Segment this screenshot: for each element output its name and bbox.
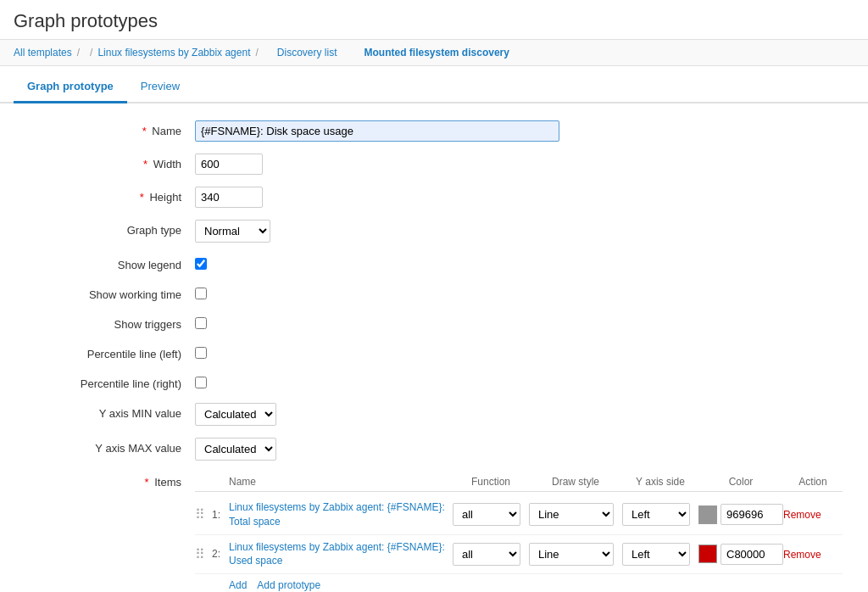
item-num-2: 2: bbox=[212, 548, 229, 560]
graph-type-field-container: Normal Stacked Pie Exploded bbox=[195, 220, 704, 243]
breadcrumb-all-templates[interactable]: All templates bbox=[14, 47, 72, 59]
table-row: ⠿ 2: Linux filesystems by Zabbix agent: … bbox=[195, 535, 843, 575]
color-input-1[interactable] bbox=[721, 504, 783, 525]
items-table-wrapper: Name Function Draw style Y axis side Col… bbox=[195, 472, 843, 592]
percentile-right-row: Percentile line (right) bbox=[25, 373, 843, 391]
width-input[interactable] bbox=[195, 154, 263, 175]
show-triggers-checkbox[interactable] bbox=[195, 317, 207, 329]
col-header-color: Color bbox=[698, 476, 783, 488]
show-triggers-row: Show triggers bbox=[25, 314, 843, 332]
remove-link-1[interactable]: Remove bbox=[783, 509, 821, 521]
item-color-1 bbox=[698, 504, 783, 525]
show-working-time-checkbox[interactable] bbox=[195, 288, 207, 299]
percentile-right-field-container bbox=[195, 373, 704, 391]
breadcrumb-graph-prototypes: Mounted filesystem discovery bbox=[364, 47, 509, 59]
breadcrumb-sep-1: / bbox=[77, 47, 80, 59]
y-axis-max-label: Y axis MAX value bbox=[25, 438, 195, 455]
col-header-action: Action bbox=[783, 476, 843, 488]
add-prototype-link[interactable]: Add prototype bbox=[257, 579, 320, 591]
breadcrumb-sep-2: / bbox=[90, 47, 92, 59]
add-item-link[interactable]: Add bbox=[229, 579, 247, 591]
item-yaxis-select-2[interactable]: Left Right bbox=[622, 543, 690, 566]
items-required-star: * bbox=[145, 476, 149, 489]
item-function-select-1[interactable]: all min max avg bbox=[453, 503, 520, 526]
item-action-2: Remove bbox=[783, 548, 843, 561]
item-yaxis-2: Left Right bbox=[622, 543, 698, 566]
show-legend-label: Show legend bbox=[25, 254, 195, 271]
table-row: ⠿ 1: Linux filesystems by Zabbix agent: … bbox=[195, 495, 843, 535]
breadcrumb: All templates / / Linux filesystems by Z… bbox=[0, 40, 868, 66]
items-table-header: Name Function Draw style Y axis side Col… bbox=[195, 472, 843, 492]
page-title: Graph prototypes bbox=[0, 0, 868, 40]
item-drawstyle-select-1[interactable]: Line Filled region Bold line Dot Dashed … bbox=[529, 503, 614, 526]
height-input[interactable] bbox=[195, 187, 263, 208]
items-row: * Items Name Function Draw style Y axis … bbox=[25, 472, 843, 592]
y-axis-min-field-container: Calculated Fixed Item bbox=[195, 403, 704, 426]
item-function-1: all min max avg bbox=[453, 503, 529, 526]
y-axis-max-select[interactable]: Calculated Fixed Item bbox=[195, 438, 276, 461]
percentile-right-checkbox[interactable] bbox=[195, 377, 207, 388]
item-name-link-1[interactable]: Linux filesystems by Zabbix agent: {#FSN… bbox=[229, 500, 453, 529]
y-axis-min-label: Y axis MIN value bbox=[25, 403, 195, 420]
remove-link-2[interactable]: Remove bbox=[783, 549, 821, 561]
item-drawstyle-select-2[interactable]: Line Filled region Bold line Dot Dashed … bbox=[529, 543, 614, 566]
show-triggers-label: Show triggers bbox=[25, 314, 195, 331]
height-row: * Height bbox=[25, 187, 843, 208]
item-yaxis-select-1[interactable]: Left Right bbox=[622, 503, 690, 526]
height-required-star: * bbox=[140, 191, 144, 204]
color-input-2[interactable] bbox=[721, 544, 783, 565]
height-field-container bbox=[195, 187, 704, 208]
percentile-left-row: Percentile line (left) bbox=[25, 343, 843, 361]
tabs-container: Graph prototype Preview bbox=[0, 73, 868, 103]
item-name-link-2[interactable]: Linux filesystems by Zabbix agent: {#FSN… bbox=[229, 540, 453, 569]
item-yaxis-1: Left Right bbox=[622, 503, 698, 526]
graph-type-row: Graph type Normal Stacked Pie Exploded bbox=[25, 220, 843, 243]
item-action-1: Remove bbox=[783, 508, 843, 521]
graph-type-select[interactable]: Normal Stacked Pie Exploded bbox=[195, 220, 270, 243]
y-axis-max-row: Y axis MAX value Calculated Fixed Item bbox=[25, 438, 843, 461]
percentile-left-checkbox[interactable] bbox=[195, 347, 207, 359]
width-row: * Width bbox=[25, 154, 843, 175]
item-drawstyle-1: Line Filled region Bold line Dot Dashed … bbox=[529, 503, 622, 526]
color-swatch-2[interactable] bbox=[698, 545, 717, 563]
name-row: * Name bbox=[25, 120, 843, 142]
add-links-container: Add Add prototype bbox=[195, 574, 843, 592]
tab-preview[interactable]: Preview bbox=[127, 73, 193, 103]
graph-type-label: Graph type bbox=[25, 220, 195, 237]
drag-handle-1[interactable]: ⠿ bbox=[195, 506, 212, 522]
width-field-container bbox=[195, 154, 704, 175]
height-label: * Height bbox=[25, 187, 195, 204]
show-working-time-label: Show working time bbox=[25, 284, 195, 301]
show-legend-checkbox[interactable] bbox=[195, 258, 207, 270]
name-input[interactable] bbox=[195, 120, 559, 142]
item-function-select-2[interactable]: all min max avg bbox=[453, 543, 520, 566]
tab-graph-prototype[interactable]: Graph prototype bbox=[14, 73, 127, 103]
name-label: * Name bbox=[25, 120, 195, 137]
breadcrumb-discovery-list[interactable]: Linux filesystems by Zabbix agent bbox=[97, 47, 250, 59]
percentile-left-field-container bbox=[195, 343, 704, 361]
drag-handle-2[interactable]: ⠿ bbox=[195, 546, 212, 562]
item-num-1: 1: bbox=[212, 509, 229, 521]
percentile-left-label: Percentile line (left) bbox=[25, 343, 195, 360]
name-field-container bbox=[195, 120, 704, 142]
form-container: * Name * Width * Height Graph type Norma bbox=[0, 103, 868, 592]
breadcrumb-item-prototypes[interactable]: Discovery list bbox=[277, 47, 337, 59]
col-header-name: Name bbox=[195, 476, 453, 488]
width-required-star: * bbox=[143, 158, 147, 170]
item-function-2: all min max avg bbox=[453, 543, 529, 566]
breadcrumb-sep-3: / bbox=[255, 47, 258, 59]
y-axis-min-select[interactable]: Calculated Fixed Item bbox=[195, 403, 276, 426]
col-header-draw-style: Draw style bbox=[529, 476, 622, 488]
y-axis-max-field-container: Calculated Fixed Item bbox=[195, 438, 704, 461]
width-label: * Width bbox=[25, 154, 195, 170]
col-header-function: Function bbox=[453, 476, 529, 488]
color-swatch-1[interactable] bbox=[698, 505, 717, 524]
item-drawstyle-2: Line Filled region Bold line Dot Dashed … bbox=[529, 543, 622, 566]
show-triggers-field-container bbox=[195, 314, 704, 332]
show-working-time-row: Show working time bbox=[25, 284, 843, 302]
items-label: * Items bbox=[25, 472, 195, 489]
show-legend-field-container bbox=[195, 254, 704, 272]
show-working-time-field-container bbox=[195, 284, 704, 302]
name-required-star: * bbox=[142, 125, 147, 137]
item-color-2 bbox=[698, 544, 783, 565]
